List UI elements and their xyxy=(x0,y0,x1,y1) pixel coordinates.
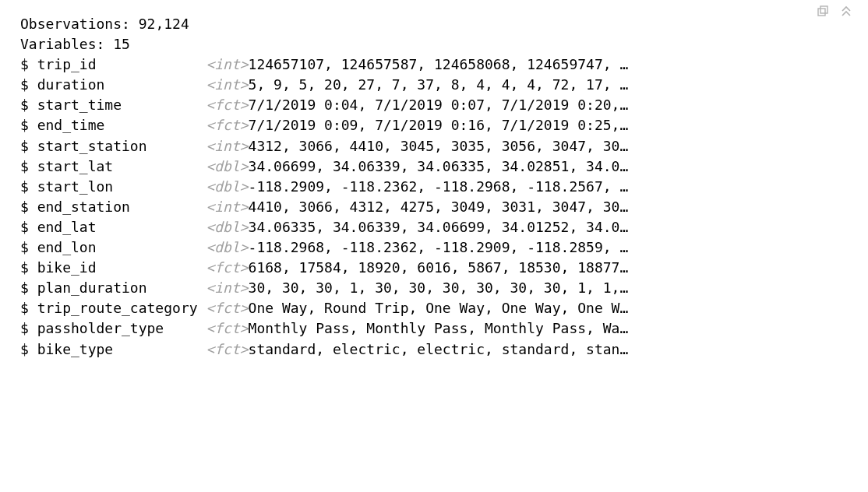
variable-name: end_time xyxy=(37,115,206,135)
variable-name: bike_id xyxy=(37,258,206,278)
variable-row: $duration<int> 5, 9, 5, 20, 27, 7, 37, 8… xyxy=(20,75,868,95)
variable-type: <dbl> xyxy=(206,237,248,258)
variable-row: $end_station<int> 4410, 3066, 4312, 4275… xyxy=(20,197,868,217)
variables-value: 15 xyxy=(113,36,130,52)
variable-row: $start_lat<dbl> 34.06699, 34.06339, 34.0… xyxy=(20,156,868,177)
variable-name: start_time xyxy=(37,95,206,115)
dollar-sign: $ xyxy=(20,339,29,360)
variable-row: $bike_id<fct> 6168, 17584, 18920, 6016, … xyxy=(20,258,868,278)
dollar-sign: $ xyxy=(20,318,29,339)
variable-type: <int> xyxy=(206,278,248,298)
variable-values: -118.2909, -118.2362, -118.2968, -118.25… xyxy=(249,177,629,197)
variable-values: 7/1/2019 0:09, 7/1/2019 0:16, 7/1/2019 0… xyxy=(249,115,629,135)
variable-name: bike_type xyxy=(37,339,206,360)
variable-type: <fct> xyxy=(206,318,248,339)
variable-row: $bike_type<fct> standard, electric, elec… xyxy=(20,339,868,360)
output-toolbar xyxy=(817,5,852,23)
variable-values: 34.06335, 34.06339, 34.06699, 34.01252, … xyxy=(249,217,629,237)
dollar-sign: $ xyxy=(20,156,29,177)
variable-values: 7/1/2019 0:04, 7/1/2019 0:07, 7/1/2019 0… xyxy=(249,95,629,115)
dollar-sign: $ xyxy=(20,115,29,135)
svg-rect-1 xyxy=(820,6,827,13)
variable-values: 4312, 3066, 4410, 3045, 3035, 3056, 3047… xyxy=(249,136,629,156)
variable-name: duration xyxy=(37,75,206,95)
dollar-sign: $ xyxy=(20,278,29,298)
observations-value: 92,124 xyxy=(139,16,189,32)
glimpse-output: Observations: 92,124 Variables: 15 $trip… xyxy=(0,0,868,360)
variable-values: 5, 9, 5, 20, 27, 7, 37, 8, 4, 4, 4, 72, … xyxy=(249,75,629,95)
variable-name: end_lon xyxy=(37,237,206,258)
variable-name: trip_route_category xyxy=(37,298,206,318)
dollar-sign: $ xyxy=(20,177,29,197)
variable-values: standard, electric, electric, standard, … xyxy=(249,339,629,360)
variable-name: passholder_type xyxy=(37,318,206,339)
variable-type: <dbl> xyxy=(206,156,248,177)
dollar-sign: $ xyxy=(20,136,29,156)
variable-row: $end_lon<dbl> -118.2968, -118.2362, -118… xyxy=(20,237,868,258)
variables-label: Variables: xyxy=(20,36,104,52)
variable-values: 124657107, 124657587, 124658068, 1246597… xyxy=(249,54,629,75)
popout-icon[interactable] xyxy=(817,5,829,23)
variable-name: start_lon xyxy=(37,177,206,197)
variable-type: <fct> xyxy=(206,339,248,360)
dollar-sign: $ xyxy=(20,197,29,217)
variable-row: $trip_route_category<fct> One Way, Round… xyxy=(20,298,868,318)
variables-line: Variables: 15 xyxy=(20,34,868,54)
variable-name: end_lat xyxy=(37,217,206,237)
dollar-sign: $ xyxy=(20,217,29,237)
variable-row: $plan_duration<int> 30, 30, 30, 1, 30, 3… xyxy=(20,278,868,298)
variable-row: $start_lon<dbl> -118.2909, -118.2362, -1… xyxy=(20,177,868,197)
variable-name: plan_duration xyxy=(37,278,206,298)
variable-row: $trip_id<int> 124657107, 124657587, 1246… xyxy=(20,54,868,75)
variable-type: <int> xyxy=(206,54,248,75)
variable-row: $end_lat<dbl> 34.06335, 34.06339, 34.066… xyxy=(20,217,868,237)
variable-name: start_station xyxy=(37,136,206,156)
variable-row: $end_time<fct> 7/1/2019 0:09, 7/1/2019 0… xyxy=(20,115,868,135)
variable-values: One Way, Round Trip, One Way, One Way, O… xyxy=(249,298,629,318)
dollar-sign: $ xyxy=(20,258,29,278)
svg-rect-0 xyxy=(818,9,825,16)
variable-type: <int> xyxy=(206,75,248,95)
variable-values: 4410, 3066, 4312, 4275, 3049, 3031, 3047… xyxy=(249,197,629,217)
dollar-sign: $ xyxy=(20,75,29,95)
variable-type: <dbl> xyxy=(206,217,248,237)
variable-values: 6168, 17584, 18920, 6016, 5867, 18530, 1… xyxy=(249,258,629,278)
variable-row: $passholder_type<fct> Monthly Pass, Mont… xyxy=(20,318,868,339)
variable-type: <fct> xyxy=(206,298,248,318)
variable-type: <int> xyxy=(206,197,248,217)
variable-type: <dbl> xyxy=(206,177,248,197)
observations-label: Observations: xyxy=(20,16,130,32)
observations-line: Observations: 92,124 xyxy=(20,14,868,34)
variable-name: end_station xyxy=(37,197,206,217)
dollar-sign: $ xyxy=(20,95,29,115)
collapse-icon[interactable] xyxy=(840,5,852,23)
dollar-sign: $ xyxy=(20,237,29,258)
variable-values: 30, 30, 30, 1, 30, 30, 30, 30, 30, 30, 1… xyxy=(249,278,629,298)
variable-type: <fct> xyxy=(206,95,248,115)
dollar-sign: $ xyxy=(20,298,29,318)
variable-name: trip_id xyxy=(37,54,206,75)
variable-row: $start_time<fct> 7/1/2019 0:04, 7/1/2019… xyxy=(20,95,868,115)
variable-values: -118.2968, -118.2362, -118.2909, -118.28… xyxy=(249,237,629,258)
variable-row: $start_station<int> 4312, 3066, 4410, 30… xyxy=(20,136,868,156)
variable-type: <int> xyxy=(206,136,248,156)
variable-type: <fct> xyxy=(206,115,248,135)
variable-name: start_lat xyxy=(37,156,206,177)
variable-values: Monthly Pass, Monthly Pass, Monthly Pass… xyxy=(249,318,629,339)
variable-type: <fct> xyxy=(206,258,248,278)
dollar-sign: $ xyxy=(20,54,29,75)
variable-values: 34.06699, 34.06339, 34.06335, 34.02851, … xyxy=(249,156,629,177)
